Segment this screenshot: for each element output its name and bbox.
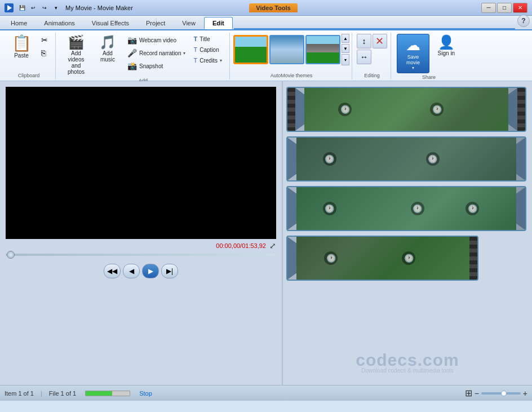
tab-home[interactable]: Home <box>2 17 36 29</box>
timeline-strip-2[interactable]: 🕐 🕐 <box>286 136 526 181</box>
edit-btn-1[interactable]: ↕ <box>357 34 371 48</box>
theme-scroll-down[interactable]: ▼ <box>342 44 349 53</box>
scrubber-track[interactable] <box>6 254 276 256</box>
title-button[interactable]: T Title <box>190 34 224 44</box>
scrubber-thumb[interactable] <box>7 251 15 259</box>
zoom-thumb <box>501 391 507 396</box>
webcam-video-button[interactable]: 📷 Webcam video <box>125 34 188 46</box>
credits-button[interactable]: T Credits ▾ <box>190 55 224 65</box>
share-label: Share <box>397 73 461 80</box>
theme-landscape[interactable] <box>233 35 268 64</box>
watermark-subtext: Download codecs & multimedia tools <box>356 367 459 374</box>
next-frame-button[interactable]: ▶| <box>161 264 178 278</box>
share-group: ☁ Save movie ▾ 👤 Sign in Share <box>392 33 466 79</box>
title-icon: T <box>193 36 197 42</box>
clock-icon-8: 🕐 <box>324 251 338 265</box>
sign-in-button[interactable]: 👤 Sign in <box>432 34 461 58</box>
close-button[interactable]: ✕ <box>513 3 527 13</box>
main-area: 00:00,00/01:53,92 ⤢ ◀◀ ◀ ▶ ▶| <box>0 81 532 385</box>
timeline-strip-1[interactable]: 🕐 🕐 <box>286 87 526 132</box>
paste-button[interactable]: 📋 Paste <box>7 34 36 60</box>
record-narration-button[interactable]: 🎤 Record narration ▾ <box>125 47 188 59</box>
time-display: 00:00,00/01:53,92 <box>216 242 266 249</box>
watermark-text: codecs.com <box>356 351 459 370</box>
clipboard-group: 📋 Paste ✂ ⎘ Clipboard <box>2 33 56 79</box>
strip-arrow-left-2 <box>287 138 296 180</box>
delete-btn[interactable]: ✕ <box>373 34 387 48</box>
watermark-container: codecs.com Download codecs & multimedia … <box>356 351 459 374</box>
stop-button[interactable]: Stop <box>139 390 152 397</box>
automovie-label: AutoMovie themes <box>233 72 349 78</box>
cloud-icon: ☁ <box>406 37 420 54</box>
timeline-strip-4[interactable]: 🕐 🕐 <box>286 236 478 281</box>
zoom-in-icon[interactable]: + <box>523 389 527 398</box>
window-title: My Movie - Movie Maker <box>65 5 249 11</box>
theme-scroll-up[interactable]: ▲ <box>342 34 349 43</box>
tab-edit[interactable]: Edit <box>204 17 233 29</box>
view-toggle-button[interactable]: ⊞ <box>465 388 472 398</box>
rewind-button[interactable]: ◀◀ <box>104 264 121 278</box>
qa-redo[interactable]: ↪ <box>39 3 50 12</box>
zoom-out-icon[interactable]: − <box>475 389 479 398</box>
qa-save[interactable]: 💾 <box>17 3 27 12</box>
snapshot-button[interactable]: 📸 Snapshot <box>125 60 188 72</box>
zoom-slider[interactable] <box>481 392 521 395</box>
sign-in-label: Sign in <box>438 50 455 56</box>
app-icon <box>5 3 14 12</box>
caption-button[interactable]: T Caption <box>190 45 224 55</box>
help-button[interactable]: ? <box>517 15 530 27</box>
add-videos-icon: 🎬 <box>68 36 85 49</box>
play-button[interactable]: ▶ <box>142 264 159 278</box>
tab-animations[interactable]: Animations <box>36 17 83 29</box>
strip-arrow-left-1 <box>295 88 304 131</box>
clock-icon-9: 🕐 <box>402 251 415 265</box>
qa-dropdown[interactable]: ▾ <box>51 3 61 12</box>
add-videos-button[interactable]: 🎬 Add videos and photos <box>61 34 91 77</box>
clock-icon-7: 🕐 <box>466 202 479 215</box>
back-frame-button[interactable]: ◀ <box>123 264 140 278</box>
expand-button[interactable]: ⤢ <box>269 241 276 250</box>
record-narration-label: Record narration <box>139 50 181 56</box>
tab-visual-effects[interactable]: Visual Effects <box>83 17 138 29</box>
status-bar: Item 1 of 1 | File 1 of 1 Stop ⊞ − + <box>0 385 532 401</box>
theme-blue[interactable] <box>269 35 304 64</box>
strip-arrow-right-2 <box>516 138 525 180</box>
editing-label: Editing <box>357 72 387 78</box>
cut-icon: ✂ <box>41 36 48 45</box>
clock-icon-2: 🕐 <box>430 103 444 116</box>
theme-dropdown[interactable]: ▾ <box>342 54 349 65</box>
preview-controls: ◀◀ ◀ ▶ ▶| <box>6 264 276 278</box>
minimize-button[interactable]: ─ <box>481 3 496 13</box>
file-progress-bar <box>85 391 130 396</box>
clock-icon-4: 🕐 <box>426 152 440 166</box>
strip-arrow-left-4 <box>287 237 296 280</box>
edit-btn-2[interactable]: ↔ <box>357 50 371 64</box>
strip-arrow-right-1 <box>508 88 517 131</box>
tab-project[interactable]: Project <box>138 17 174 29</box>
clock-icon-6: 🕐 <box>411 202 424 215</box>
add-music-button[interactable]: 🎵 Add music <box>93 34 122 64</box>
strip-arrow-right-3 <box>516 187 525 230</box>
save-movie-button[interactable]: ☁ Save movie ▾ <box>397 34 429 73</box>
clock-icon-3: 🕐 <box>323 152 336 166</box>
strip-arrow-left-3 <box>287 187 296 230</box>
qa-undo[interactable]: ↩ <box>28 3 38 12</box>
editing-group: ↕ ↔ ✕ Editing <box>353 33 391 79</box>
paste-label: Paste <box>14 52 29 59</box>
tab-view[interactable]: View <box>174 17 204 29</box>
copy-button[interactable]: ⎘ <box>38 47 51 59</box>
save-movie-label: Save movie <box>406 54 420 65</box>
add-videos-label: Add videos and photos <box>64 50 88 75</box>
cut-button[interactable]: ✂ <box>38 34 51 46</box>
preview-panel: 00:00,00/01:53,92 ⤢ ◀◀ ◀ ▶ ▶| <box>0 81 282 385</box>
scrubber[interactable] <box>6 254 276 256</box>
copy-icon: ⎘ <box>41 48 46 57</box>
ribbon-tabs: Home Animations Visual Effects Project V… <box>0 16 532 30</box>
theme-mountain[interactable] <box>305 35 340 64</box>
preview-time: 00:00,00/01:53,92 ⤢ <box>6 241 276 250</box>
caption-label: Caption <box>200 47 219 53</box>
maximize-button[interactable]: □ <box>497 3 512 13</box>
timeline-strip-3[interactable]: 🕐 🕐 🕐 <box>286 186 526 231</box>
quick-access-toolbar: 💾 ↩ ↪ ▾ <box>17 3 61 12</box>
automovie-themes-group: ▲ ▼ ▾ AutoMovie themes <box>231 33 352 79</box>
